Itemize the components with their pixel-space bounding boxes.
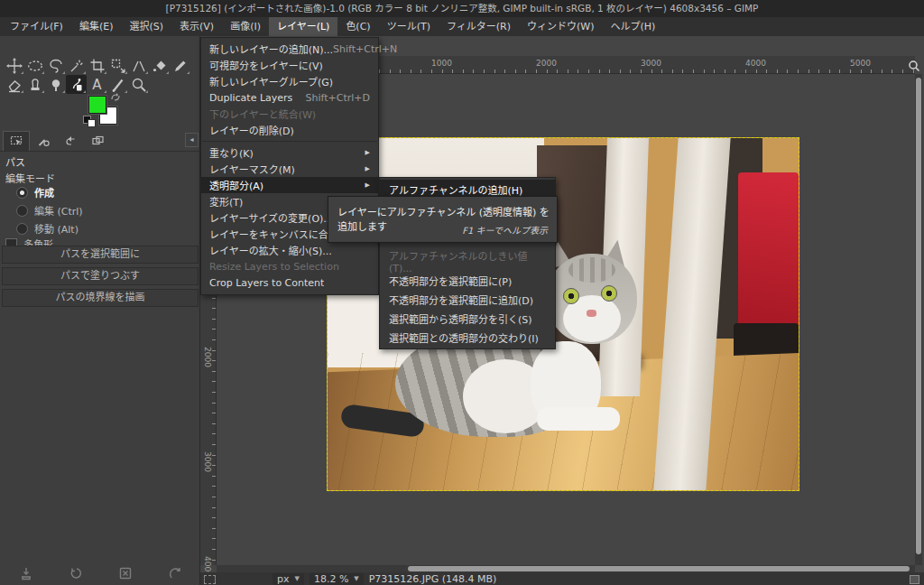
path-to-selection-label: パスを選択範囲に [60, 248, 140, 260]
reset-options-button[interactable] [167, 565, 183, 581]
tab-device-status[interactable] [30, 131, 57, 151]
menu-filters[interactable]: フィルター(R) [439, 17, 519, 36]
radio-dot [16, 187, 28, 199]
bucket-fill-tool-button[interactable] [149, 56, 170, 75]
radio-edit[interactable]: 編集 (Ctrl) [16, 203, 83, 218]
h-ruler-label: 1000 [431, 59, 452, 68]
smudge-tool-button[interactable] [45, 75, 66, 94]
submenu-arrow-icon: ▶ [365, 149, 370, 156]
paths-icon [69, 77, 85, 93]
handle-transform-icon [131, 58, 147, 74]
move-icon [6, 58, 23, 74]
delete-options-button[interactable] [117, 565, 134, 581]
path-to-selection-button[interactable]: パスを選択範囲に [2, 246, 199, 264]
h-ruler-label: 3000 [641, 59, 661, 68]
fuzzy-select-tool-button[interactable] [66, 56, 87, 75]
submenu-item-subtract-from-selection[interactable]: 選択範囲から透明部分を引く(S) [380, 309, 555, 328]
eraser-tool-button[interactable] [4, 75, 24, 94]
fill-path-label: パスで塗りつぶす [60, 270, 140, 282]
menu-item-resize-to-selection: Resize Layers to Selection [201, 258, 378, 274]
menu-view[interactable]: 表示(V) [171, 17, 222, 36]
menu-item-scale-layer[interactable]: レイヤーの拡大・縮小(S)... [201, 242, 378, 258]
crop-icon [89, 58, 106, 74]
menu-item-stack[interactable]: 重なり(K)▶ [201, 144, 378, 161]
tab-menu-button[interactable]: ◂ [185, 133, 199, 147]
status-filename: P7315126.JPG (148.4 MB) [369, 573, 497, 585]
zoom-value: 18.2 % [314, 573, 348, 585]
vertical-scrollbar-thumb[interactable] [916, 78, 921, 554]
unified-transform-tool-button[interactable] [107, 56, 128, 75]
radio-move[interactable]: 移動 (Alt) [16, 221, 79, 236]
menu-edit[interactable]: 編集(E) [71, 17, 122, 36]
menu-item-mask[interactable]: レイヤーマスク(M)▶ [201, 161, 378, 177]
menu-colors[interactable]: 色(C) [337, 17, 378, 36]
foreground-color-swatch[interactable] [88, 96, 106, 114]
clone-tool-button[interactable] [24, 75, 45, 94]
horizontal-scrollbar-thumb[interactable] [408, 566, 910, 571]
submenu-item-add-alpha-to-selection[interactable]: 不透明部分を選択範囲に追加(D) [380, 290, 555, 309]
zoom-tool-button[interactable] [128, 75, 149, 94]
bucket-icon [152, 58, 168, 74]
default-colors-icon-bg [88, 119, 96, 127]
menu-file[interactable]: ファイル(F) [2, 17, 71, 36]
menu-image[interactable]: 画像(I) [222, 17, 269, 36]
paths-tool-button[interactable] [66, 75, 87, 94]
menu-item-new-from-visible[interactable]: 可視部分をレイヤーに(V) [201, 57, 378, 73]
submenu-item-alpha-threshold: アルファチャンネルのしきい値(T)... [380, 252, 555, 271]
menu-item-crop-to-content[interactable]: Crop Layers to Content [201, 274, 378, 291]
zoom-dropdown[interactable]: 18.2 % ▼ [310, 573, 364, 585]
swap-colors-icon[interactable] [110, 92, 121, 103]
layer-menu: 新しいレイヤーの追加(N)...Shift+Ctrl+N 可視部分をレイヤーに(… [200, 37, 379, 295]
magic-wand-icon [69, 58, 85, 74]
ellipse-select-tool-button[interactable] [24, 56, 45, 75]
free-select-tool-button[interactable] [45, 56, 66, 75]
menu-help[interactable]: ヘルプ(H) [602, 17, 663, 36]
menu-layer[interactable]: レイヤー(L) [269, 17, 337, 36]
menu-windows[interactable]: ウィンドウ(W) [519, 17, 602, 36]
ink-tool-button[interactable] [107, 75, 128, 94]
text-tool-icon: A [92, 77, 101, 93]
radio-design[interactable]: 作成 [16, 185, 54, 200]
fill-path-button[interactable]: パスで塗りつぶす [2, 267, 199, 285]
text-tool-button[interactable]: A [87, 75, 107, 94]
reset-icon [168, 566, 182, 580]
status-bar: px ▼ 18.2 % ▼ P7315126.JPG (148.4 MB) [200, 572, 924, 585]
magnifier-icon [908, 60, 920, 72]
submenu-item-intersect-with-selection[interactable]: 選択範囲との透明部分の交わり(I) [380, 328, 555, 347]
magnifier-icon [131, 77, 147, 93]
undo-history-icon [64, 135, 78, 148]
menu-tools[interactable]: ツール(T) [379, 17, 439, 36]
move-tool-button[interactable] [4, 56, 24, 75]
ellipse-select-icon [27, 58, 43, 74]
radio-move-label: 移動 (Alt) [34, 221, 79, 236]
smudge-icon [48, 77, 64, 93]
images-icon [91, 135, 105, 148]
edit-mode-label: 編集モード [5, 171, 55, 185]
navigation-preview-button[interactable] [910, 575, 919, 584]
menu-item-transparency[interactable]: 透明部分(A)▶ [201, 177, 378, 193]
restore-options-button[interactable] [68, 565, 84, 581]
paintbrush-tool-button[interactable] [170, 56, 190, 75]
menu-item-new-layer-group[interactable]: 新しいレイヤーグループ(G) [201, 73, 378, 89]
menu-item-duplicate-layers[interactable]: Duplicate LayersShift+Ctrl+D [201, 89, 378, 106]
tab-undo-history[interactable] [57, 131, 84, 151]
crop-tool-button[interactable] [87, 56, 107, 75]
tab-images[interactable] [84, 131, 111, 151]
stroke-path-button[interactable]: パスの境界線を描画 [2, 289, 199, 307]
lasso-icon [48, 58, 64, 74]
gimp-window: [P7315126] (インポートされた画像)-1.0 (RGB カラー 8 b… [0, 0, 924, 585]
v-ruler-label: 2000 [203, 347, 212, 367]
tab-tool-options[interactable] [3, 131, 30, 151]
menu-select[interactable]: 選択(S) [121, 17, 171, 36]
zoom-follow-window-button[interactable] [905, 57, 922, 74]
unit-dropdown[interactable]: px ▼ [273, 573, 304, 585]
menu-item-delete-layer[interactable]: レイヤーの削除(D) [201, 122, 378, 138]
submenu-arrow-icon: ▶ [365, 181, 370, 189]
save-tool-preset-button[interactable] [18, 565, 34, 581]
tool-options-icon [10, 135, 23, 148]
handle-transform-tool-button[interactable] [128, 56, 149, 75]
restore-icon [69, 566, 83, 580]
tooltip: レイヤーにアルファチャンネル (透明度情報) を追加します F1 キーでヘルプ表… [328, 196, 558, 243]
menu-item-new-layer[interactable]: 新しいレイヤーの追加(N)...Shift+Ctrl+N [201, 41, 378, 57]
quick-mask-toggle[interactable] [204, 575, 216, 584]
